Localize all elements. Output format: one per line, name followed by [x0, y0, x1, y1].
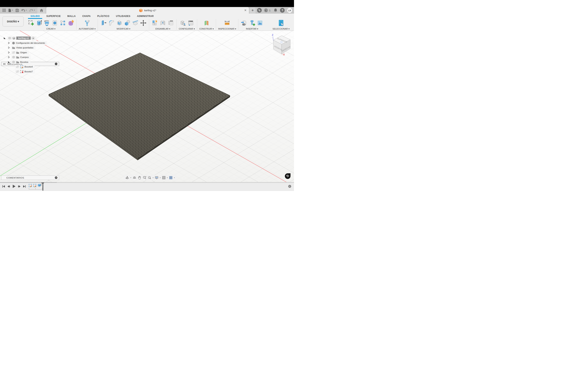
redo-button[interactable]: ▼ [29, 7, 36, 14]
job-status-button[interactable]: 1 [264, 8, 271, 13]
move-copy-icon[interactable] [140, 20, 147, 26]
joint-icon[interactable] [159, 20, 166, 26]
measure-icon[interactable] [224, 20, 231, 26]
fit-tool-icon[interactable] [148, 176, 151, 180]
expand-arrow-closed[interactable] [8, 46, 10, 49]
automate-icon[interactable] [84, 20, 91, 26]
extensions-button[interactable] [257, 8, 262, 13]
press-pull-icon[interactable] [100, 20, 107, 26]
grid-caret-icon[interactable]: ▾ [167, 177, 168, 179]
tree-item-label[interactable]: Vistas guardadas [16, 46, 33, 49]
expand-arrow-closed[interactable] [8, 51, 10, 54]
group-label-automatizar[interactable]: AUTOMATIZAR ▾ [79, 28, 95, 30]
group-label-crear[interactable]: CREAR ▾ [46, 28, 55, 30]
create-form-icon[interactable] [67, 20, 74, 26]
home-view-button[interactable] [37, 7, 45, 14]
viewports-caret-icon[interactable]: ▾ [174, 177, 175, 179]
timeline-playhead[interactable] [41, 182, 44, 191]
go-to-end-button[interactable] [23, 185, 26, 188]
tab-solido[interactable]: SOLIDO [27, 14, 43, 18]
group-label-configurar[interactable]: CONFIGURAR ▾ [179, 28, 195, 30]
tab-chapa[interactable]: CHAPA [79, 14, 94, 18]
new-component-icon[interactable] [151, 20, 158, 26]
visibility-eye-icon[interactable] [12, 61, 15, 63]
look-at-tool-icon[interactable] [133, 176, 136, 180]
go-to-start-button[interactable] [2, 185, 5, 188]
expand-arrow-open[interactable] [8, 61, 10, 63]
activate-component-radio[interactable] [32, 37, 35, 40]
tree-item-label[interactable]: Boceto7 [24, 70, 33, 73]
tab-superficie[interactable]: SUPERFICIE [43, 14, 64, 18]
visibility-eye-icon[interactable] [12, 56, 15, 58]
help-button[interactable]: ? [280, 8, 285, 13]
pattern-icon[interactable] [59, 20, 66, 26]
tree-item-sketch4[interactable]: Boceto4 [15, 65, 35, 69]
tree-item-bodies[interactable]: Cuerpos [11, 55, 31, 59]
tree-item-root[interactable]: kerfing v1 [7, 36, 37, 40]
tree-item-label[interactable]: Boceto4 [24, 65, 33, 68]
file-menu-button[interactable]: ▼ [7, 7, 14, 14]
pan-tool-icon[interactable] [138, 176, 141, 180]
viewport-3d[interactable]: Z X SUPERIOR FRONTAL DERECHA NAVEGADOR −… [0, 31, 294, 182]
zoom-tool-icon[interactable] [143, 176, 147, 180]
configuration-table-icon[interactable] [187, 20, 194, 26]
bom-icon[interactable] [167, 20, 174, 26]
tree-item-label[interactable]: Origen [20, 51, 27, 54]
add-comment-button[interactable]: + [55, 176, 57, 179]
comments-panel[interactable]: COMENTARIOS + [1, 175, 59, 180]
group-label-insertar[interactable]: INSERTAR ▾ [246, 28, 258, 30]
group-label-inspeccionar[interactable]: INSPECCIONAR ▾ [218, 28, 236, 30]
tab-administrar[interactable]: ADMINISTRAR [134, 14, 157, 18]
group-label-construir[interactable]: CONSTRUIR ▾ [199, 28, 214, 30]
grid-settings-icon[interactable] [162, 176, 166, 180]
tree-item-document-settings[interactable]: Configuración del documento [11, 41, 47, 45]
group-label-modificar[interactable]: MODIFICAR ▾ [117, 28, 130, 30]
timeline-settings-gear-icon[interactable] [288, 184, 292, 188]
orbit-tool-icon[interactable] [126, 176, 129, 180]
navigator-collapse-button[interactable]: − [55, 63, 57, 65]
insert-canvas-icon[interactable] [256, 20, 263, 26]
insert-fastener-icon[interactable] [249, 20, 255, 26]
feedback-bubble-button[interactable] [285, 173, 291, 179]
orbit-caret-icon[interactable]: ▾ [130, 177, 131, 179]
expand-arrow-closed[interactable] [8, 56, 10, 58]
timeline-extrude-feature[interactable] [37, 183, 42, 187]
tree-item-label[interactable]: Configuración del documento [16, 42, 45, 44]
workspace-selector[interactable]: DISEÑO ▾ [2, 16, 23, 26]
tree-item-label[interactable]: Bocetos [20, 61, 28, 63]
tree-item-label-selected[interactable]: kerfing v1 [16, 37, 31, 40]
avatar[interactable]: LR [287, 8, 292, 13]
split-body-icon[interactable] [132, 20, 139, 26]
fit-caret-icon[interactable]: ▾ [153, 177, 154, 179]
hole-icon[interactable] [51, 20, 58, 26]
tree-item-saved-views[interactable]: Vistas guardadas [11, 46, 35, 50]
play-button[interactable] [12, 184, 16, 188]
visibility-eye-icon[interactable] [8, 37, 11, 39]
insert-derive-icon[interactable] [241, 20, 248, 26]
tree-item-sketches[interactable]: Bocetos [11, 60, 30, 64]
visibility-eye-off-icon[interactable] [16, 70, 19, 73]
fillet-icon[interactable] [108, 20, 115, 26]
new-tab-button[interactable]: + [250, 7, 255, 14]
tab-malla[interactable]: MALLA [64, 14, 79, 18]
plate-body[interactable] [0, 31, 294, 182]
step-back-button[interactable] [7, 185, 10, 188]
app-grid-button[interactable] [1, 7, 7, 14]
undo-button[interactable]: ▼ [21, 7, 28, 14]
combine-icon[interactable] [124, 20, 131, 26]
visibility-eye-off-icon[interactable] [12, 51, 15, 54]
tab-plastico[interactable]: PLÁSTICO [94, 14, 113, 18]
create-sketch-icon[interactable] [27, 20, 34, 26]
document-tab[interactable]: kerfing v1* ✕ [46, 7, 249, 14]
tree-item-sketch7[interactable]: Boceto7 [15, 70, 35, 74]
collapse-panel-icon[interactable] [3, 63, 5, 65]
group-label-seleccionar[interactable]: SELECCIONAR ▾ [273, 28, 290, 30]
shell-icon[interactable] [116, 20, 123, 26]
viewcube[interactable]: Z X SUPERIOR FRONTAL DERECHA [271, 33, 293, 56]
revolve-icon[interactable] [43, 20, 50, 26]
group-label-ensamblar[interactable]: ENSAMBLAR ▾ [155, 28, 170, 30]
save-button[interactable] [15, 7, 20, 14]
tab-utilidades[interactable]: UTILIDADES [113, 14, 134, 18]
display-settings-icon[interactable] [155, 176, 158, 180]
timeline-sketch-feature[interactable] [28, 184, 32, 187]
